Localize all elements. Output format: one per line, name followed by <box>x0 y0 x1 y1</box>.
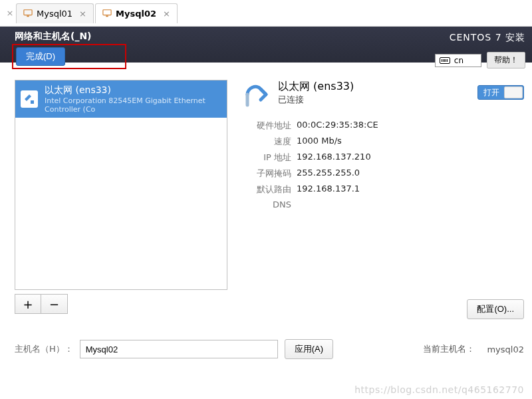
monitor-icon <box>23 9 33 18</box>
hardware-address-value: 00:0C:29:35:38:CE <box>297 120 378 132</box>
network-device-item[interactable]: 以太网 (ens33) Intel Corporation 82545EM Gi… <box>15 80 227 118</box>
speed-value: 1000 Mb/s <box>297 136 342 148</box>
watermark-text: https://blog.csdn.net/q465162770 <box>354 384 524 395</box>
keyboard-layout-indicator[interactable]: cn <box>435 54 481 67</box>
keyboard-layout-label: cn <box>454 56 464 65</box>
prop-label: 子网掩码 <box>243 168 291 180</box>
close-icon[interactable]: × <box>4 8 16 18</box>
tab-close-icon[interactable]: × <box>79 9 86 19</box>
tab-mysql01[interactable]: Mysql01 × <box>16 3 94 23</box>
device-title: 以太网 (ens33) <box>45 84 221 96</box>
apply-hostname-button[interactable]: 应用(A) <box>285 339 333 359</box>
remove-device-button[interactable]: − <box>41 294 68 314</box>
help-button[interactable]: 帮助！ <box>487 52 525 68</box>
ethernet-icon <box>21 90 38 108</box>
connection-properties: 硬件地址00:0C:29:35:38:CE 速度1000 Mb/s IP 地址1… <box>243 120 524 209</box>
prop-label: DNS <box>243 200 291 209</box>
gateway-value: 192.168.137.1 <box>297 184 360 196</box>
connection-status: 已连接 <box>278 94 354 106</box>
current-hostname-value: mysql02 <box>487 344 524 354</box>
network-device-list[interactable]: 以太网 (ens33) Intel Corporation 82545EM Gi… <box>15 80 227 290</box>
prop-label: 默认路由 <box>243 184 291 196</box>
done-button[interactable]: 完成(D) <box>16 47 65 66</box>
device-subtitle: Intel Corporation 82545EM Gigabit Ethern… <box>45 96 221 114</box>
tab-mysql02[interactable]: Mysql02 × <box>95 3 178 23</box>
svg-rect-4 <box>31 100 34 104</box>
tab-close-icon[interactable]: × <box>163 9 170 19</box>
prop-label: 速度 <box>243 136 291 148</box>
keyboard-icon <box>440 57 450 64</box>
subnet-mask-value: 255.255.255.0 <box>297 168 360 180</box>
current-hostname-label: 当前主机名： <box>423 343 475 355</box>
tab-label: Mysql02 <box>116 9 156 19</box>
connection-toggle[interactable]: 打开 <box>477 85 524 100</box>
hostname-input[interactable] <box>80 340 278 358</box>
tab-label: Mysql01 <box>37 9 72 19</box>
configure-button[interactable]: 配置(O)... <box>467 299 524 319</box>
svg-rect-3 <box>106 16 108 17</box>
svg-rect-2 <box>103 10 111 15</box>
toggle-knob <box>504 86 523 98</box>
toggle-on-label: 打开 <box>478 87 499 98</box>
installer-title: CENTOS 7 安装 <box>435 32 525 44</box>
svg-rect-1 <box>27 16 29 17</box>
prop-label: IP 地址 <box>243 152 291 164</box>
hostname-label: 主机名（H）： <box>15 343 73 355</box>
done-highlight-box: 完成(D) <box>12 44 126 69</box>
svg-rect-0 <box>24 10 32 15</box>
monitor-icon <box>102 9 112 18</box>
ip-address-value: 192.168.137.210 <box>297 152 371 164</box>
add-device-button[interactable]: + <box>15 294 41 314</box>
tab-bar: × Mysql01 × Mysql02 × <box>0 0 532 27</box>
connection-title: 以太网 (ens33) <box>278 80 354 94</box>
ethernet-large-icon <box>243 80 271 108</box>
page-title: 网络和主机名(_N) <box>15 31 92 43</box>
header-bar: 网络和主机名(_N) 完成(D) CENTOS 7 安装 cn 帮助！ <box>0 27 532 63</box>
prop-label: 硬件地址 <box>243 120 291 132</box>
